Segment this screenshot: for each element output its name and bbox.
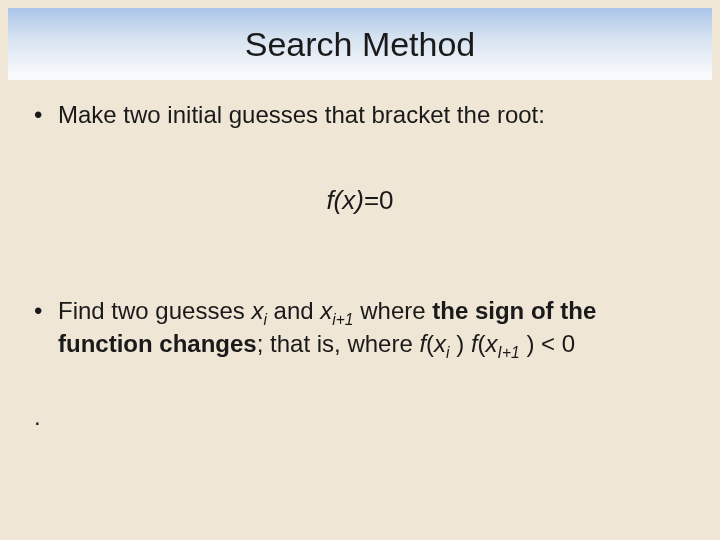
bullet-1-text: Make two initial guesses that bracket th… bbox=[58, 100, 690, 130]
t: ; that is, where bbox=[257, 330, 420, 357]
bullet-dot-icon: • bbox=[30, 296, 58, 326]
t: ( bbox=[426, 330, 434, 357]
equation: f(x)=0 bbox=[30, 185, 690, 216]
bullet-2: • Find two guesses xi and xi+1 where the… bbox=[30, 296, 690, 363]
t: where bbox=[354, 297, 433, 324]
bullet-dot-icon: • bbox=[30, 100, 58, 130]
t: x bbox=[486, 330, 498, 357]
t: and bbox=[267, 297, 320, 324]
bullet-2-text: Find two guesses xi and xi+1 where the s… bbox=[58, 296, 690, 363]
bullet-1: • Make two initial guesses that bracket … bbox=[30, 100, 690, 130]
t: I+1 bbox=[498, 344, 520, 361]
t: f bbox=[471, 330, 478, 357]
t: i+1 bbox=[332, 311, 353, 328]
slide-title: Search Method bbox=[245, 25, 476, 64]
t: Find two guesses bbox=[58, 297, 251, 324]
slide: Search Method • Make two initial guesses… bbox=[0, 0, 720, 540]
t: ) bbox=[520, 330, 535, 357]
t: x bbox=[251, 297, 263, 324]
t: < 0 bbox=[534, 330, 575, 357]
t: x bbox=[434, 330, 446, 357]
title-bar: Search Method bbox=[8, 8, 712, 80]
equation-eq: =0 bbox=[364, 185, 394, 215]
t: ( bbox=[478, 330, 486, 357]
content-area: • Make two initial guesses that bracket … bbox=[30, 100, 690, 431]
lone-period: . bbox=[34, 403, 690, 431]
equation-fx: f(x) bbox=[326, 185, 364, 215]
t: x bbox=[320, 297, 332, 324]
t: ) bbox=[450, 330, 465, 357]
t bbox=[464, 330, 471, 357]
